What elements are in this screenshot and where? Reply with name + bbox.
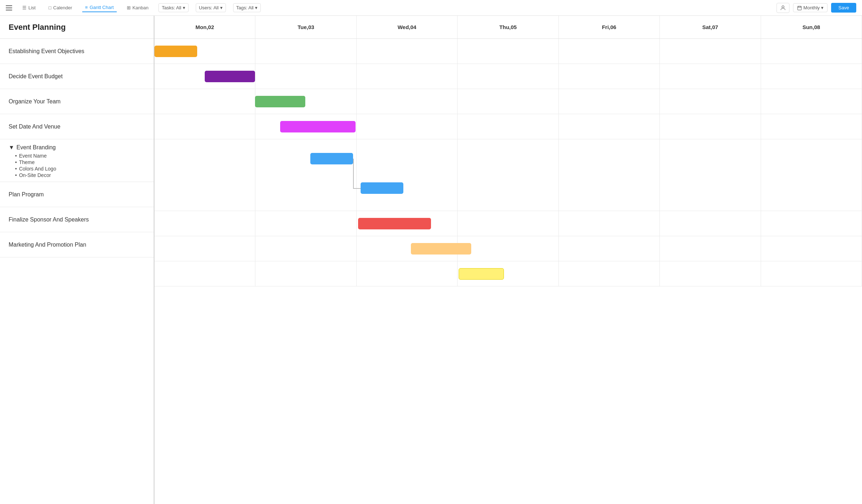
branding-sub-decor: • On-Site Decor <box>15 172 56 178</box>
gantt-grid: Mon,02 Tue,03 Wed,04 Thu,05 Fri,06 Sat,0… <box>154 16 862 286</box>
gantt-cell-4-2 <box>357 139 458 211</box>
kanban-icon: ⊞ <box>127 5 131 10</box>
gantt-cell-2-5 <box>660 89 761 114</box>
gantt-cell-1-3 <box>458 64 559 89</box>
gantt-cell-4-0 <box>154 139 255 211</box>
view-list-label: List <box>28 5 36 10</box>
gantt-cell-1-1 <box>255 64 356 89</box>
gantt-cell-2-4 <box>559 89 660 114</box>
users-filter-chevron: ▾ <box>220 5 223 10</box>
gantt-rows <box>154 39 862 286</box>
gantt-row-5 <box>154 211 862 236</box>
task-label-venue: Set Date And Venue <box>9 123 60 130</box>
view-gantt-label: Gantt Chart <box>89 5 113 10</box>
task-label-sponsor: Finalize Sponsor And Speakers <box>9 216 89 223</box>
gantt-cell-7-1 <box>255 261 356 286</box>
monthly-select[interactable]: Monthly ▾ <box>793 3 828 12</box>
gantt-cell-3-1 <box>255 114 356 139</box>
gantt-cell-1-5 <box>660 64 761 89</box>
gantt-cell-6-0 <box>154 236 255 261</box>
tags-filter-chevron: ▾ <box>255 5 258 10</box>
right-panel: Mon,02 Tue,03 Wed,04 Thu,05 Fri,06 Sat,0… <box>154 16 862 504</box>
gantt-cell-1-2 <box>357 64 458 89</box>
gantt-cell-0-0 <box>154 39 255 64</box>
task-label-budget: Decide Event Budget <box>9 73 62 80</box>
svg-point-0 <box>782 6 784 8</box>
gantt-cell-1-6 <box>761 64 862 89</box>
branding-sub-event-name: • Event Name <box>15 153 56 159</box>
gantt-cell-3-6 <box>761 114 862 139</box>
gantt-row-4 <box>154 139 862 211</box>
task-row-marketing: Marketing And Promotion Plan <box>0 232 154 257</box>
task-row-budget: Decide Event Budget <box>0 64 154 89</box>
gantt-cell-0-6 <box>761 39 862 64</box>
gantt-cell-2-3 <box>458 89 559 114</box>
branding-sub-list: • Event Name • Theme • Colors And Logo •… <box>9 153 56 182</box>
view-kanban-button[interactable]: ⊞ Kanban <box>124 4 152 12</box>
gantt-cell-4-6 <box>761 139 862 211</box>
users-filter-button[interactable]: Users: All ▾ <box>196 3 226 12</box>
gantt-cell-5-1 <box>255 211 356 236</box>
gantt-row-6 <box>154 236 862 261</box>
tasks-filter-label: Tasks: All <box>162 5 181 10</box>
save-button[interactable]: Save <box>831 3 856 13</box>
tags-filter-button[interactable]: Tags: All ▾ <box>233 3 261 12</box>
view-calendar-button[interactable]: □ Calender <box>46 4 75 12</box>
task-row-venue: Set Date And Venue <box>0 114 154 139</box>
gantt-cell-4-3 <box>458 139 559 211</box>
view-kanban-label: Kanban <box>133 5 149 10</box>
users-filter-label: Users: All <box>199 5 219 10</box>
sub-label-decor: On-Site Decor <box>19 172 51 178</box>
gantt-row-0 <box>154 39 862 64</box>
gantt-cell-6-2 <box>357 236 458 261</box>
calendar-icon: □ <box>48 5 51 10</box>
gantt-cell-7-0 <box>154 261 255 286</box>
task-row-team: Organize Your Team <box>0 89 154 114</box>
sub-label-colors: Colors And Logo <box>19 166 56 172</box>
gantt-icon: ≡ <box>85 5 88 10</box>
view-calendar-label: Calender <box>53 5 72 10</box>
sub-label-event-name: Event Name <box>19 153 47 159</box>
day-header-tue: Tue,03 <box>255 16 356 38</box>
gantt-cell-6-3 <box>458 236 559 261</box>
left-panel: Event Planning Establishing Event Object… <box>0 16 154 504</box>
task-row-branding: ▼ Event Branding • Event Name • Theme • … <box>0 139 154 182</box>
bullet-colors: • <box>15 166 17 172</box>
view-gantt-button[interactable]: ≡ Gantt Chart <box>82 3 117 12</box>
gantt-cell-5-3 <box>458 211 559 236</box>
branding-sub-colors: • Colors And Logo <box>15 166 56 172</box>
gantt-cell-2-2 <box>357 89 458 114</box>
tasks-filter-chevron: ▾ <box>183 5 185 10</box>
gantt-cell-6-6 <box>761 236 862 261</box>
gantt-row-1 <box>154 64 862 89</box>
gantt-cell-2-0 <box>154 89 255 114</box>
tasks-filter-button[interactable]: Tasks: All ▾ <box>158 3 188 12</box>
profile-icon-button[interactable] <box>777 3 789 13</box>
gantt-cell-0-3 <box>458 39 559 64</box>
task-row-sponsor: Finalize Sponsor And Speakers <box>0 207 154 232</box>
svg-rect-1 <box>798 6 802 10</box>
task-label-team: Organize Your Team <box>9 98 61 105</box>
toolbar: ☰ List □ Calender ≡ Gantt Chart ⊞ Kanban… <box>0 0 862 16</box>
gantt-cell-0-1 <box>255 39 356 64</box>
hamburger-icon[interactable] <box>6 5 12 10</box>
day-headers: Mon,02 Tue,03 Wed,04 Thu,05 Fri,06 Sat,0… <box>154 16 862 39</box>
gantt-container: Event Planning Establishing Event Object… <box>0 16 862 504</box>
gantt-cell-3-4 <box>559 114 660 139</box>
bullet-event-name: • <box>15 153 17 159</box>
day-header-wed: Wed,04 <box>357 16 458 38</box>
gantt-cell-4-5 <box>660 139 761 211</box>
gantt-cell-3-0 <box>154 114 255 139</box>
task-label-program: Plan Program <box>9 191 44 198</box>
gantt-cell-6-1 <box>255 236 356 261</box>
branding-collapse-icon[interactable]: ▼ <box>9 144 14 151</box>
gantt-row-2 <box>154 89 862 114</box>
day-header-mon: Mon,02 <box>154 16 255 38</box>
gantt-cell-1-0 <box>154 64 255 89</box>
gantt-cell-7-6 <box>761 261 862 286</box>
gantt-cell-6-5 <box>660 236 761 261</box>
list-icon: ☰ <box>22 5 27 10</box>
gantt-cell-5-4 <box>559 211 660 236</box>
view-list-button[interactable]: ☰ List <box>19 4 38 12</box>
gantt-cell-6-4 <box>559 236 660 261</box>
